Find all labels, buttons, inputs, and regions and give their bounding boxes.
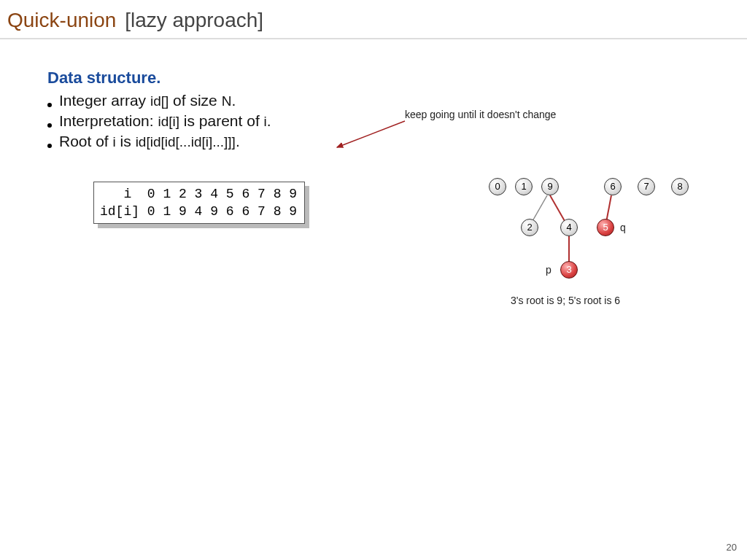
bullet-text: Root of i is id[id[id[...id[i]...]]]. [59, 133, 240, 150]
tree-node-5: 5 [597, 219, 614, 236]
tree-node-9: 9 [541, 178, 559, 195]
bullet-item: Integer array id[] of size N. [47, 92, 747, 109]
bullet-dot-icon [47, 123, 52, 128]
section-heading: Data structure. [47, 69, 747, 88]
bullet-text: Integer array id[] of size N. [59, 92, 236, 109]
title-bar: Quick-union [lazy approach] [0, 0, 747, 39]
tree-edges [489, 178, 729, 338]
label-p: p [546, 264, 551, 276]
content-area: Data structure. Integer array id[] of si… [0, 39, 747, 150]
page-number: 20 [727, 542, 737, 553]
svg-line-0 [337, 121, 405, 147]
bullet-dot-icon [47, 144, 52, 148]
arrow-icon [328, 117, 409, 153]
tree-node-6: 6 [604, 178, 622, 195]
forest-diagram: 0 1 9 6 7 8 2 4 5 3 q p 3's root is 9; 5… [489, 178, 729, 338]
bullet-dot-icon [47, 103, 52, 107]
title-sub: [lazy approach] [119, 9, 263, 31]
array-table: i 0 1 2 3 4 5 6 7 8 9 id[i] 0 1 9 4 9 6 … [93, 182, 305, 224]
tree-node-8: 8 [671, 178, 689, 195]
tree-node-2: 2 [521, 219, 538, 236]
tree-node-0: 0 [489, 178, 506, 195]
tree-node-4: 4 [560, 219, 578, 236]
title-main: Quick-union [7, 9, 116, 31]
tree-caption: 3's root is 9; 5's root is 6 [511, 295, 620, 306]
annotation-text: keep going until it doesn't change [405, 109, 556, 120]
tree-node-7: 7 [638, 178, 655, 195]
tree-node-3: 3 [560, 261, 578, 279]
array-content: i 0 1 2 3 4 5 6 7 8 9 id[i] 0 1 9 4 9 6 … [93, 182, 305, 224]
label-q: q [620, 222, 626, 233]
tree-node-1: 1 [515, 178, 533, 195]
bullet-text: Interpretation: id[i] is parent of i. [59, 112, 271, 130]
